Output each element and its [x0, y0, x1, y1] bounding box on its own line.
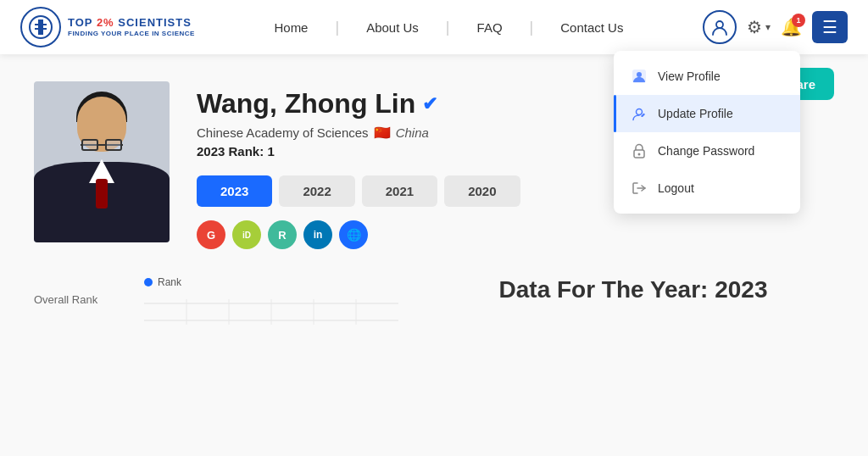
dropdown-update-profile[interactable]: Update Profile: [614, 95, 800, 132]
chart-svg: [144, 295, 398, 327]
profile-photo: [34, 81, 170, 242]
legend-dot-icon: [144, 278, 153, 286]
update-profile-label: Update Profile: [658, 107, 733, 120]
tie: [96, 179, 108, 209]
chart-legend: Rank: [144, 276, 398, 288]
year-tab-2022[interactable]: 2022: [279, 175, 354, 207]
notification-badge: 1: [792, 14, 805, 27]
social-icons: G iD R in 🌐: [197, 220, 834, 249]
settings-button[interactable]: ⚙ ▾: [747, 17, 771, 37]
name-text: Wang, Zhong Lin: [197, 88, 415, 120]
google-scholar-icon[interactable]: G: [197, 220, 225, 249]
logout-icon: [631, 180, 648, 197]
header-actions: ⚙ ▾ 🔔 1 ☰: [703, 10, 848, 44]
body: [34, 162, 170, 242]
change-password-label: Change Password: [658, 144, 754, 158]
rank-label: 2023 Rank:: [197, 144, 264, 158]
main-nav: Home | About Us | FAQ | Contact Us: [274, 19, 623, 36]
researchgate-icon[interactable]: R: [268, 220, 297, 249]
svg-rect-3: [38, 19, 43, 35]
logo-title: TOP 2% SCIENTISTS: [68, 17, 195, 29]
year-tab-2023[interactable]: 2023: [197, 175, 272, 207]
edit-person-icon: [631, 105, 648, 122]
person-icon: [631, 68, 648, 85]
rank-chart: Rank: [144, 276, 398, 327]
year-tab-2020[interactable]: 2020: [444, 175, 520, 207]
logo-icon: [20, 7, 61, 47]
gear-icon: ⚙: [747, 17, 762, 37]
logo-area: TOP 2% SCIENTISTS FINDING YOUR PLACE IN …: [20, 7, 195, 47]
overall-rank-label: Overall Rank: [34, 293, 110, 306]
country-name: China: [396, 125, 429, 140]
hamburger-button[interactable]: ☰: [812, 11, 848, 43]
data-title-section: Data For The Year: 2023: [432, 276, 834, 303]
rank-value: 1: [267, 144, 274, 158]
verified-badge-icon: ✔: [422, 93, 437, 115]
lock-icon: [631, 142, 648, 159]
notifications-button[interactable]: 🔔 1: [781, 17, 802, 37]
view-profile-label: View Profile: [658, 70, 721, 83]
bottom-section: Overall Rank Rank Data For The Year: 202…: [34, 276, 834, 327]
year-tab-2021[interactable]: 2021: [362, 175, 437, 207]
glass-left: [81, 139, 98, 151]
svg-point-7: [637, 109, 643, 115]
nav-about[interactable]: About Us: [366, 20, 419, 35]
header: TOP 2% SCIENTISTS FINDING YOUR PLACE IN …: [0, 0, 868, 54]
overall-rank-section: Overall Rank: [34, 276, 110, 306]
svg-point-4: [716, 21, 723, 28]
menu-icon: ☰: [822, 17, 837, 37]
dropdown-view-profile[interactable]: View Profile: [614, 58, 800, 95]
nav-contact[interactable]: Contact Us: [560, 20, 623, 35]
dropdown-arrow-icon: ▾: [765, 21, 771, 33]
institution-name: Chinese Academy of Sciences: [197, 125, 369, 140]
nav-faq[interactable]: FAQ: [477, 20, 503, 35]
logo-subtitle: FINDING YOUR PLACE IN SCIENCE: [68, 30, 195, 37]
dropdown-logout[interactable]: Logout: [614, 170, 800, 207]
logo-text: TOP 2% SCIENTISTS FINDING YOUR PLACE IN …: [68, 17, 195, 36]
logout-label: Logout: [658, 181, 694, 195]
svg-point-9: [638, 153, 641, 156]
user-dropdown-menu: View Profile Update Profile Change Pas: [614, 51, 800, 214]
china-flag-icon: 🇨🇳: [374, 125, 391, 141]
website-icon[interactable]: 🌐: [339, 220, 368, 249]
dropdown-change-password[interactable]: Change Password: [614, 132, 800, 170]
glass-right: [105, 139, 122, 151]
nav-home[interactable]: Home: [274, 20, 308, 35]
data-title: Data For The Year: 2023: [432, 276, 834, 303]
linkedin-icon[interactable]: in: [303, 220, 332, 249]
legend-label: Rank: [158, 276, 181, 288]
profile-avatar-button[interactable]: [703, 10, 737, 44]
svg-point-6: [637, 72, 642, 77]
orcid-icon[interactable]: iD: [232, 220, 261, 249]
head: [77, 97, 126, 152]
